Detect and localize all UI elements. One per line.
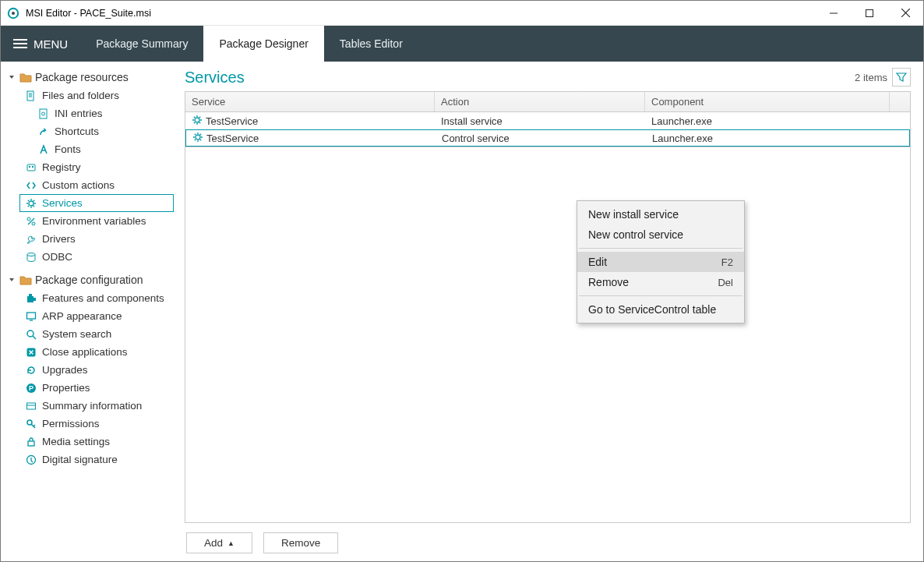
sidebar-item-label: Custom actions: [42, 179, 115, 191]
sidebar-item-label: Permissions: [42, 418, 100, 429]
sidebar-item-label: Services: [42, 197, 83, 209]
sidebar-item[interactable]: Permissions: [19, 415, 174, 433]
menubar: MENU Package Summary Package Designer Ta…: [1, 26, 923, 62]
context-menu-separator: [579, 248, 742, 249]
sidebar-item-label: Upgrades: [42, 364, 88, 376]
percent-icon: [25, 216, 37, 227]
svg-rect-32: [34, 298, 36, 301]
context-menu-item[interactable]: New install service: [577, 204, 744, 224]
sidebar-item[interactable]: Drivers: [19, 230, 174, 248]
sidebar-item[interactable]: Services: [19, 194, 174, 212]
svg-line-23: [28, 200, 29, 200]
sidebar-item[interactable]: Digital signature: [19, 451, 174, 468]
sidebar-item[interactable]: ODBC: [19, 248, 174, 266]
main-panel: Services 2 items Service Action Componen…: [178, 62, 923, 561]
add-label: Add: [204, 537, 223, 549]
svg-point-14: [42, 112, 45, 115]
svg-point-30: [27, 253, 35, 256]
cell-service: TestService: [186, 130, 436, 146]
tab-label: Tables Editor: [340, 37, 403, 50]
gear-icon: [192, 132, 203, 145]
svg-line-24: [34, 205, 34, 206]
svg-point-1: [12, 12, 15, 15]
sidebar-item-label: Environment variables: [42, 215, 146, 227]
sidebar-item[interactable]: System search: [19, 325, 174, 343]
grid-empty-area: [185, 147, 911, 523]
tab-label: Package Summary: [96, 37, 188, 50]
code-icon: [25, 180, 37, 191]
caret-up-icon: ▲: [227, 539, 235, 547]
hamburger-icon: [13, 38, 27, 49]
sidebar-item-label: System search: [42, 328, 111, 340]
close-button[interactable]: [887, 2, 923, 25]
sidebar-item[interactable]: Files and folders: [19, 87, 174, 104]
footer-actions: Add ▲ Remove: [185, 523, 911, 553]
sidebar-item-label: Files and folders: [42, 90, 119, 101]
table-row[interactable]: TestServiceControl serviceLauncher.exe: [185, 129, 910, 147]
minimize-button[interactable]: [816, 2, 852, 25]
sidebar-item[interactable]: Media settings: [19, 433, 174, 451]
sidebar-item[interactable]: Shortcuts: [32, 122, 174, 140]
context-menu-item[interactable]: Go to ServiceControl table: [577, 299, 744, 320]
menu-button[interactable]: MENU: [1, 26, 80, 62]
context-menu-label: Remove: [588, 276, 629, 288]
svg-rect-16: [29, 166, 30, 168]
sidebar-item[interactable]: Upgrades: [19, 361, 174, 379]
cell-tail: [889, 130, 909, 146]
svg-point-27: [27, 217, 30, 221]
table-row[interactable]: TestServiceInstall serviceLauncher.exe: [185, 112, 910, 129]
column-service[interactable]: Service: [185, 92, 435, 111]
svg-text:P: P: [29, 384, 34, 392]
sidebar-item[interactable]: Environment variables: [19, 212, 174, 230]
context-menu-label: New control service: [588, 228, 683, 241]
svg-line-63: [200, 139, 201, 140]
group-label: Package configuration: [35, 274, 143, 286]
services-grid: Service Action Component TestServiceInst…: [185, 91, 911, 147]
column-component[interactable]: Component: [645, 92, 890, 111]
add-button[interactable]: Add ▲: [186, 532, 252, 553]
svg-rect-17: [32, 166, 34, 168]
db-icon: [25, 252, 37, 263]
context-menu-item[interactable]: New control service: [577, 224, 744, 245]
remove-label: Remove: [281, 537, 320, 549]
monitor-icon: [25, 311, 37, 322]
svg-line-64: [200, 133, 201, 134]
workspace: Package resourcesFiles and foldersINI en…: [1, 62, 923, 561]
search-icon: [25, 329, 37, 340]
sidebar-item[interactable]: Fonts: [32, 140, 174, 158]
sidebar-item[interactable]: PProperties: [19, 379, 174, 397]
sidebar-item-label: Features and components: [42, 292, 164, 304]
sidebar-item[interactable]: Summary information: [19, 397, 174, 415]
sidebar-item[interactable]: Registry: [19, 158, 174, 176]
svg-rect-34: [27, 313, 36, 319]
sidebar-item-label: Fonts: [55, 143, 81, 155]
maximize-button[interactable]: [852, 2, 887, 25]
svg-line-53: [194, 116, 195, 117]
sidebar-group-header[interactable]: Package configuration: [5, 270, 174, 289]
svg-line-65: [195, 139, 196, 140]
context-menu-item[interactable]: RemoveDel: [577, 272, 744, 292]
sidebar-item[interactable]: Close applications: [19, 343, 174, 361]
svg-point-28: [32, 222, 35, 225]
tab-tables-editor[interactable]: Tables Editor: [324, 26, 418, 62]
cell-action: Control service: [436, 130, 646, 146]
tab-package-designer[interactable]: Package Designer: [203, 26, 323, 62]
context-menu-label: New install service: [588, 208, 679, 221]
sidebar-item[interactable]: ARP appearance: [19, 307, 174, 325]
svg-rect-3: [866, 9, 873, 16]
cell-tail: [890, 112, 910, 129]
sidebar-item-label: Digital signature: [42, 454, 118, 465]
caret-down-icon: [7, 74, 16, 80]
remove-button[interactable]: Remove: [263, 532, 338, 553]
sidebar-item[interactable]: Custom actions: [19, 176, 174, 194]
tab-package-summary[interactable]: Package Summary: [80, 26, 203, 62]
svg-rect-31: [27, 296, 34, 302]
column-action[interactable]: Action: [435, 92, 645, 111]
context-menu-item[interactable]: EditF2: [577, 252, 744, 272]
sidebar-item-label: Summary information: [42, 400, 142, 412]
sidebar-group-header[interactable]: Package resources: [5, 68, 174, 87]
context-menu-shortcut: F2: [721, 256, 733, 268]
sidebar-item[interactable]: INI entries: [32, 104, 174, 122]
sidebar-item[interactable]: Features and components: [19, 289, 174, 307]
filter-button[interactable]: [892, 68, 911, 87]
